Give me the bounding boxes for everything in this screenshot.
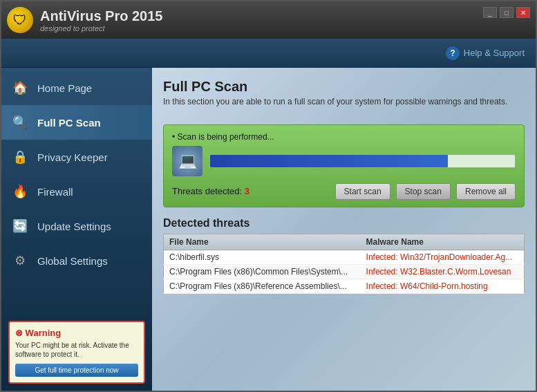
page-title: Full PC Scan	[163, 79, 525, 95]
scan-status: • Scan is being performed...	[172, 132, 516, 142]
file-path-2: C:\Program Files (x86)\Common Files\Syst…	[164, 264, 361, 279]
threats-label: Threats detected: 3	[172, 186, 330, 196]
scan-box: • Scan is being performed... 💻 Threats d…	[163, 124, 525, 207]
stop-scan-button[interactable]: Stop scan	[396, 183, 451, 200]
sidebar-label-update: Update Settings	[37, 221, 111, 232]
warning-title: ⊗ Warning	[15, 328, 61, 338]
scan-progress-area: 💻	[172, 146, 516, 176]
titlebar: AntiVirus Pro 2015 designed to protect _…	[1, 1, 536, 39]
warning-text: Your PC might be at risk. Activate the s…	[15, 341, 138, 359]
content-area: Full PC Scan In this section you are abl…	[152, 68, 536, 391]
lock-icon: 🔒	[10, 147, 30, 167]
main-area: 🏠 Home Page 🔍 Full PC Scan 🔒 Privacy Kee…	[1, 68, 536, 391]
col-malware: Malware Name	[361, 234, 525, 250]
warning-header: ⊗ Warning	[15, 328, 138, 338]
sidebar: 🏠 Home Page 🔍 Full PC Scan 🔒 Privacy Kee…	[1, 68, 152, 391]
threats-section: Detected threats File Name Malware Name …	[163, 217, 525, 294]
scan-animation-icon: 💻	[172, 146, 202, 176]
threats-table: File Name Malware Name C:\hiberfil.sys I…	[163, 234, 525, 294]
content-header: Full PC Scan In this section you are abl…	[163, 79, 525, 115]
headerbar: ? Help & Support	[1, 39, 536, 68]
malware-name-1: Infected: Win32/TrojanDownloader.Ag...	[361, 250, 525, 264]
app-window: AntiVirus Pro 2015 designed to protect _…	[0, 0, 537, 392]
sidebar-label-privacy: Privacy Keeper	[37, 151, 108, 163]
minimize-button[interactable]: _	[483, 7, 497, 18]
sidebar-item-scan[interactable]: 🔍 Full PC Scan	[1, 105, 152, 140]
titlebar-text: AntiVirus Pro 2015 designed to protect	[40, 8, 530, 32]
table-row: C:\hiberfil.sys Infected: Win32/TrojanDo…	[164, 250, 525, 264]
start-scan-button[interactable]: Start scan	[335, 183, 390, 200]
file-path-3: C:\Program Files (x86)\Reference Assembl…	[164, 279, 361, 293]
col-filename: File Name	[164, 234, 361, 250]
home-icon: 🏠	[10, 77, 30, 98]
settings-icon: ⚙	[10, 250, 30, 271]
app-logo	[7, 7, 33, 33]
window-controls: _ □ ✕	[483, 7, 530, 18]
firewall-icon: 🔥	[10, 181, 30, 202]
maximize-button[interactable]: □	[500, 7, 514, 18]
sidebar-label-firewall: Firewall	[37, 186, 73, 198]
scan-icon: 🔍	[10, 112, 30, 133]
sidebar-item-home[interactable]: 🏠 Home Page	[1, 71, 152, 105]
app-subtitle: designed to protect	[40, 24, 530, 32]
sidebar-label-scan: Full PC Scan	[37, 117, 101, 129]
scan-footer: Threats detected: 3 Start scan Stop scan…	[172, 183, 516, 200]
sidebar-label-home: Home Page	[37, 82, 92, 94]
protection-button[interactable]: Get full time protection now	[15, 364, 138, 377]
file-path-1: C:\hiberfil.sys	[164, 250, 361, 264]
update-icon: 🔄	[10, 216, 30, 236]
malware-name-3: Infected: W64/Child-Porn.hosting	[361, 279, 525, 293]
progress-bar-fill	[210, 155, 448, 167]
threats-count: 3	[245, 186, 249, 196]
help-icon: ?	[446, 46, 460, 60]
table-row: C:\Program Files (x86)\Common Files\Syst…	[164, 264, 525, 279]
help-support-link[interactable]: ? Help & Support	[446, 46, 525, 60]
sidebar-item-firewall[interactable]: 🔥 Firewall	[1, 174, 152, 209]
progress-bar-container	[209, 154, 516, 168]
table-row: C:\Program Files (x86)\Reference Assembl…	[164, 279, 525, 293]
sidebar-item-global[interactable]: ⚙ Global Settings	[1, 243, 152, 278]
sidebar-label-global: Global Settings	[37, 255, 108, 267]
sidebar-item-privacy[interactable]: 🔒 Privacy Keeper	[1, 140, 152, 174]
malware-name-2: Infected: W32.Blaster.C.Worm.Lovesan	[361, 264, 525, 279]
threats-title: Detected threats	[163, 217, 525, 230]
close-button[interactable]: ✕	[516, 7, 530, 18]
warning-box: ⊗ Warning Your PC might be at risk. Acti…	[8, 321, 145, 384]
remove-all-button[interactable]: Remove all	[456, 183, 516, 200]
help-label: Help & Support	[464, 48, 525, 58]
app-title: AntiVirus Pro 2015	[40, 8, 530, 24]
sidebar-item-update[interactable]: 🔄 Update Settings	[1, 209, 152, 243]
page-description: In this section you are able to run a fu…	[163, 96, 525, 108]
